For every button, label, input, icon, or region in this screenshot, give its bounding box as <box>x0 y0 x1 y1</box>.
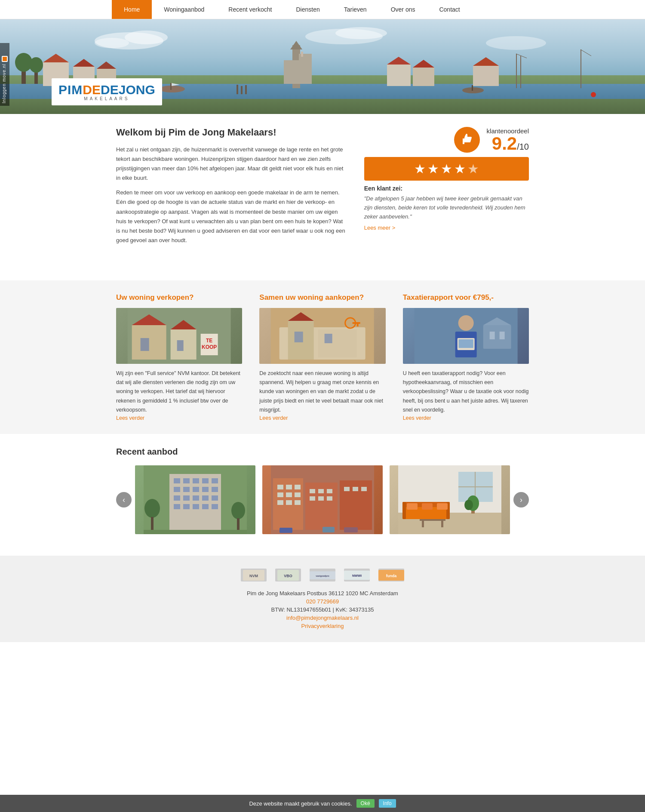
svg-rect-73 <box>458 339 473 348</box>
svg-rect-115 <box>318 489 324 493</box>
welcome-text-area: Welkom bij Pim de Jong Makelaars! Het za… <box>116 127 347 250</box>
welcome-p2: Reden te meer om voor uw verkoop en aank… <box>116 188 347 245</box>
svg-rect-68 <box>483 325 511 349</box>
move-icon <box>2 56 8 62</box>
carousel-items <box>135 465 510 534</box>
svg-rect-79 <box>202 478 209 483</box>
nav-woningaanbod[interactable]: Woningaanbod <box>152 0 216 19</box>
svg-rect-125 <box>344 527 358 532</box>
nav-recent-verkocht[interactable]: Recent verkocht <box>216 0 284 19</box>
sidebar-login[interactable]: Inloggen move.nl <box>0 43 9 106</box>
svg-point-142 <box>464 500 473 510</box>
property-card-2 <box>262 465 383 534</box>
logo-nwwi: NWWI <box>344 569 370 581</box>
star-3: ★ <box>441 161 452 176</box>
service-tax-link[interactable]: Lees verder <box>403 415 431 421</box>
service-buy-link[interactable]: Lees verder <box>259 415 288 421</box>
svg-rect-95 <box>212 504 218 509</box>
logo-pim: PIM <box>58 83 83 97</box>
quote-section: Een klant zei: "De afgelopen 5 jaar hebb… <box>364 185 529 231</box>
star-2: ★ <box>427 161 439 176</box>
svg-rect-120 <box>344 487 350 491</box>
svg-rect-117 <box>310 496 315 501</box>
rating-score: 9.2 <box>492 135 517 153</box>
svg-rect-77 <box>183 478 190 483</box>
quote-text: "De afgelopen 5 jaar hebben wij twee kee… <box>364 194 529 221</box>
property-image-1 <box>135 465 255 534</box>
svg-rect-82 <box>183 487 190 492</box>
service-buy-title: Samen uw woning aankopen? <box>259 293 385 302</box>
svg-rect-94 <box>202 504 209 509</box>
service-sell-link[interactable]: Lees verder <box>116 415 144 421</box>
nav-diensten[interactable]: Diensten <box>284 0 332 19</box>
svg-rect-27 <box>413 68 434 86</box>
nav-over-ons[interactable]: Over ons <box>379 0 427 19</box>
svg-rect-81 <box>174 487 180 492</box>
svg-rect-90 <box>212 495 218 501</box>
quote-title: Een klant zei: <box>364 185 529 192</box>
service-buy-image <box>259 308 385 364</box>
svg-rect-25 <box>387 65 411 86</box>
svg-point-13 <box>29 57 43 73</box>
svg-rect-37 <box>236 85 238 94</box>
service-sell: Uw woning verkopen? TE KOOP <box>116 293 242 421</box>
svg-rect-108 <box>277 492 283 497</box>
nav-tarieven[interactable]: Tarieven <box>332 0 379 19</box>
svg-point-6 <box>335 27 387 39</box>
service-tax-image <box>403 308 529 364</box>
footer-privacy[interactable]: Privacyverklaring <box>112 623 533 629</box>
svg-rect-59 <box>318 329 357 357</box>
service-tax: Taxatierapport voor €795,- <box>403 293 529 421</box>
svg-rect-100 <box>237 518 240 530</box>
svg-rect-114 <box>310 489 315 493</box>
welcome-section: Welkom bij Pim de Jong Makelaars! Het za… <box>116 127 529 250</box>
logo-nvm: NVM <box>241 569 267 581</box>
svg-point-99 <box>231 502 245 519</box>
stars-bar: ★ ★ ★ ★ ★ <box>364 157 529 181</box>
carousel-next-button[interactable]: › <box>513 492 529 508</box>
svg-rect-50 <box>141 338 149 351</box>
property-image-3 <box>390 465 510 534</box>
footer-phone[interactable]: 020 7729669 <box>112 598 533 605</box>
svg-rect-109 <box>286 492 292 497</box>
svg-rect-121 <box>353 487 358 491</box>
svg-rect-84 <box>202 487 209 492</box>
welcome-title: Welkom bij Pim de Jong Makelaars! <box>116 127 347 138</box>
service-sell-image: TE KOOP <box>116 308 242 364</box>
svg-rect-139 <box>437 503 448 510</box>
logo-vastgoedpro: vastgoedpro <box>310 569 335 581</box>
svg-rect-76 <box>174 478 180 483</box>
svg-rect-112 <box>286 500 292 505</box>
svg-rect-35 <box>472 85 473 91</box>
lees-meer-link[interactable]: Lees meer > <box>364 225 529 231</box>
navigation-bar: Home Woningaanbod Recent verkocht Dienst… <box>0 0 645 19</box>
svg-rect-71 <box>499 332 504 339</box>
carousel-prev-button[interactable]: ‹ <box>116 492 132 508</box>
nav-home[interactable]: Home <box>112 0 152 19</box>
svg-rect-135 <box>402 502 406 519</box>
star-4: ★ <box>454 161 466 176</box>
recent-title: Recent aanbod <box>116 447 529 457</box>
rating-section: klantenoordeel 9.2 /10 ★ ★ ★ ★ ★ Een kl <box>364 127 529 250</box>
svg-rect-98 <box>151 517 154 530</box>
star-half: ★ <box>467 161 479 176</box>
footer-btw: BTW: NL131947655b01 | KvK: 34373135 <box>112 606 533 613</box>
svg-rect-43 <box>580 49 581 88</box>
svg-rect-60 <box>295 332 303 342</box>
logo-de: DE <box>83 83 101 97</box>
svg-rect-143 <box>420 519 445 521</box>
rating-max: /10 <box>517 142 529 152</box>
svg-rect-88 <box>193 495 199 501</box>
svg-text:funda: funda <box>386 574 397 578</box>
logo-vbo: VBO <box>275 569 301 581</box>
svg-text:TE: TE <box>206 338 212 344</box>
property-carousel: ‹ <box>116 465 529 534</box>
services-section: Uw woning verkopen? TE KOOP <box>0 280 645 434</box>
nav-contact[interactable]: Contact <box>427 0 472 19</box>
svg-rect-39 <box>245 85 247 94</box>
footer-email[interactable]: info@pimdejongmakelaars.nl <box>112 615 533 621</box>
logo-funda: funda <box>378 569 404 581</box>
svg-rect-137 <box>407 503 418 510</box>
welcome-p1: Het zal u niet ontgaan zijn, de huizenma… <box>116 145 347 183</box>
svg-point-7 <box>486 36 546 50</box>
